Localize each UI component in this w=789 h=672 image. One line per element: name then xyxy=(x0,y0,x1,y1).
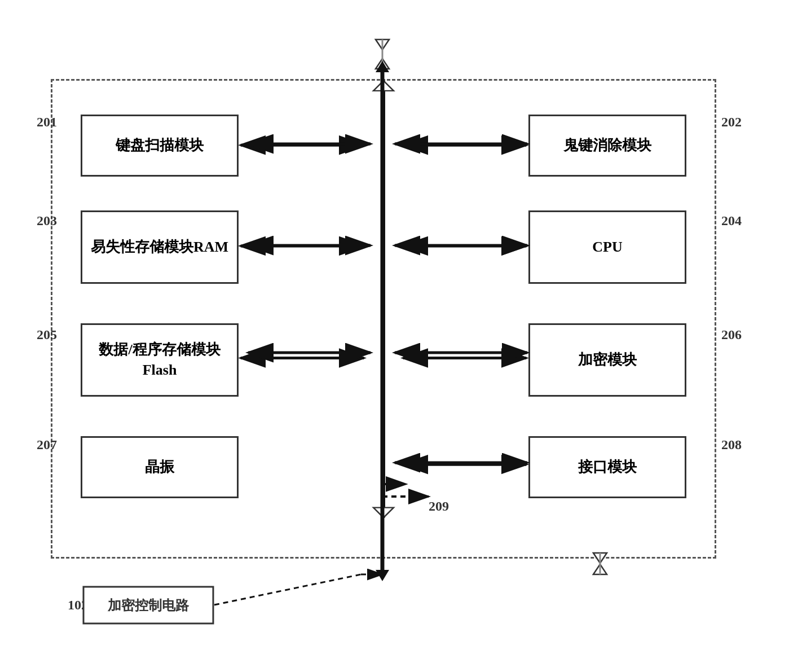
label-203: 203 xyxy=(37,213,57,229)
label-208: 208 xyxy=(721,437,742,453)
svg-text:加密控制电路: 加密控制电路 xyxy=(107,598,189,613)
module-205: 数据/程序存储模块Flash xyxy=(81,323,239,397)
svg-marker-10 xyxy=(373,81,394,91)
module-202: 鬼键消除模块 xyxy=(528,115,686,177)
module-204: CPU xyxy=(528,210,686,284)
svg-marker-26 xyxy=(376,39,389,50)
svg-marker-30 xyxy=(376,570,389,581)
svg-marker-29 xyxy=(376,61,389,72)
svg-marker-25 xyxy=(376,59,389,69)
svg-marker-40 xyxy=(593,564,607,574)
module-201: 键盘扫描模块 xyxy=(81,115,239,177)
label-204: 204 xyxy=(721,213,742,229)
label-202: 202 xyxy=(721,115,742,130)
module-208: 接口模块 xyxy=(528,436,686,498)
label-207: 207 xyxy=(37,437,57,453)
diagram-container: 键盘扫描模块 鬼键消除模块 易失性存储模块RAM CPU 数据/程序存储模块Fl… xyxy=(34,34,744,626)
module-206: 加密模块 xyxy=(528,323,686,397)
label-206: 206 xyxy=(721,327,742,342)
module-203: 易失性存储模块RAM xyxy=(81,210,239,284)
main-box: 键盘扫描模块 鬼键消除模块 易失性存储模块RAM CPU 数据/程序存储模块Fl… xyxy=(51,79,716,559)
label-201: 201 xyxy=(37,115,57,130)
svg-marker-11 xyxy=(373,508,394,518)
svg-text:102: 102 xyxy=(68,598,88,612)
svg-rect-44 xyxy=(83,587,213,623)
module-207: 晶振 xyxy=(81,436,239,498)
svg-line-46 xyxy=(214,574,361,605)
label-205: 205 xyxy=(37,327,57,342)
